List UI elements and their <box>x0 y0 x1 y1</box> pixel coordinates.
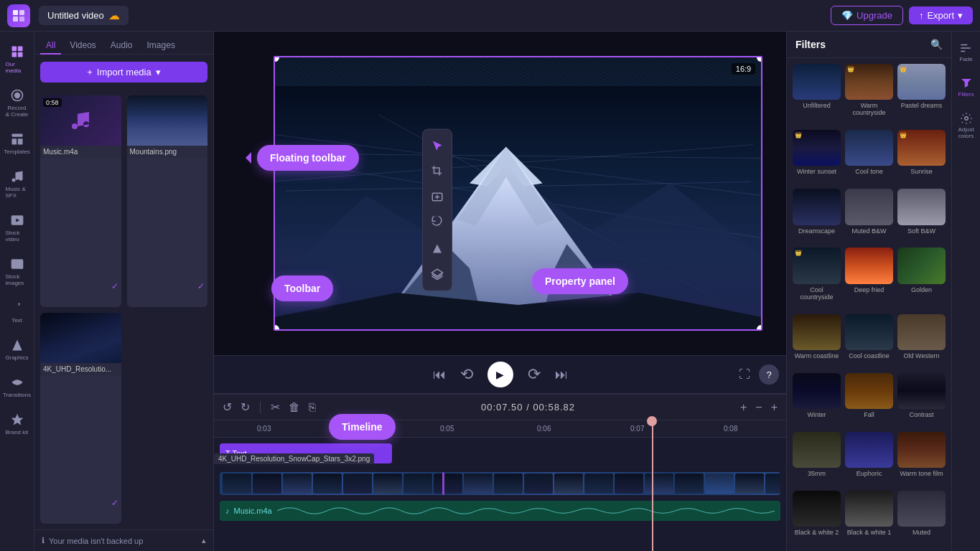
filter-dreamscape[interactable]: Dreamscape <box>793 189 841 243</box>
back-frame-button[interactable]: ⟲ <box>460 365 473 384</box>
filter-cool-coastline[interactable]: Cool coastline <box>845 314 893 369</box>
import-media-button[interactable]: + Import media ▾ <box>40 62 207 83</box>
filter-cool-tone[interactable]: Cool tone <box>845 130 893 184</box>
text-overlay-tool[interactable] <box>426 185 449 208</box>
delete-button[interactable]: 🗑 <box>287 400 302 415</box>
sidebar-item-filters[interactable]: Filters <box>957 72 976 102</box>
media-item-4k[interactable]: ✓ 4K_UHD_Resolutio... <box>40 313 121 524</box>
filter-unfiltered[interactable]: Unfiltered <box>793 64 841 126</box>
media-item-mountains[interactable]: ✓ Mountains.png <box>127 95 208 307</box>
sidebar-item-music[interactable]: Music & SFX <box>3 164 32 204</box>
audio-track-row: ♪ Music.m4a <box>214 498 786 524</box>
filter-warm-coastline[interactable]: Warm coastline <box>793 314 841 369</box>
add-track-button[interactable]: + <box>739 400 748 415</box>
tab-audio[interactable]: Audio <box>105 37 139 55</box>
preview-area: Floating toolbar <box>214 32 786 355</box>
svg-point-18 <box>14 262 16 264</box>
sidebar-item-stock-images[interactable]: Stock images <box>3 251 32 292</box>
triangle-tool[interactable] <box>426 237 449 260</box>
filter-sunrise[interactable]: 👑 Sunrise <box>897 130 946 184</box>
toolbar-annotation: Toolbar <box>271 276 333 301</box>
zoom-out-button[interactable]: − <box>754 400 763 415</box>
sidebar-item-templates[interactable]: Templates <box>3 126 32 161</box>
app-logo <box>7 4 30 27</box>
tab-videos[interactable]: Videos <box>64 37 101 55</box>
plus-icon: + <box>87 67 93 77</box>
duplicate-button[interactable]: ⎘ <box>307 400 317 415</box>
sidebar-item-stock-video[interactable]: Stock video <box>3 207 32 248</box>
forward-frame-button[interactable]: ⟳ <box>528 365 541 384</box>
svg-point-14 <box>19 177 22 181</box>
filter-muted-bw[interactable]: Muted B&W <box>845 189 893 243</box>
sidebar-item-media[interactable]: Our media <box>3 39 32 80</box>
filter-winter[interactable]: Winter <box>793 373 841 428</box>
tab-images[interactable]: Images <box>141 37 181 55</box>
crop-tool[interactable] <box>426 159 449 182</box>
layers-tool[interactable] <box>426 263 449 286</box>
filter-pastel-dreams[interactable]: 👑 Pastel dreams <box>897 64 946 126</box>
project-tab[interactable]: Untitled video ☁ <box>39 6 129 25</box>
filter-black-white-2[interactable]: Black & white 2 <box>793 491 841 545</box>
filter-muted[interactable]: Muted <box>897 491 946 545</box>
filter-old-western[interactable]: Old Western <box>897 314 946 369</box>
filter-warm-tone-film[interactable]: Warm tone film <box>897 432 946 486</box>
property-panel-annotation: Property panel <box>532 268 628 294</box>
rewind-button[interactable]: ⏮ <box>433 367 446 382</box>
undo-button[interactable]: ↺ <box>221 399 233 415</box>
sidebar-item-fade[interactable]: Fade <box>958 37 974 67</box>
panel-header: Filters 🔍 <box>787 32 951 58</box>
timeline-tracks: T Text 4K_UHD_Resolution_SnowCap_Stars_3… <box>214 438 786 551</box>
svg-marker-22 <box>433 244 442 253</box>
cut-button[interactable]: ✂ <box>269 399 281 415</box>
image-clip[interactable] <box>220 472 780 495</box>
filters-panel: Filters 🔍 Unfiltered 👑 Warm countryside … <box>786 32 951 551</box>
upgrade-button[interactable]: 💎 Upgrade <box>831 6 903 25</box>
cursor-tool[interactable] <box>426 133 449 156</box>
media-item-music[interactable]: 0:58 ✓ Music.m4a <box>40 95 121 307</box>
crown-icon: 👑 <box>900 66 907 72</box>
timeline-annotation: Timeline <box>329 414 396 440</box>
sidebar-item-transitions[interactable]: Transitions <box>3 369 32 404</box>
undo-tool[interactable] <box>426 211 449 234</box>
playhead-handle[interactable] <box>647 416 657 426</box>
play-button[interactable]: ▶ <box>487 362 513 387</box>
timeline-toolbar: ↺ ↻ ✂ 🗑 ⎘ 00:07.50 / 00:58.82 + − + <box>214 395 786 420</box>
svg-point-8 <box>14 93 19 98</box>
filter-warm-countryside[interactable]: 👑 Warm countryside <box>845 64 893 126</box>
media-grid: 0:58 ✓ Music.m4a ✓ Mountains.png ✓ 4K_UH… <box>34 90 213 529</box>
filter-cool-countryside[interactable]: 👑 Cool countryside <box>793 248 841 309</box>
tab-all[interactable]: All <box>40 37 61 55</box>
chevron-down-icon: ▾ <box>958 10 963 21</box>
next-button[interactable]: ⏭ <box>555 367 568 382</box>
filter-deep-fried[interactable]: Deep fried <box>845 248 893 309</box>
sidebar-item-graphics[interactable]: Graphics <box>3 332 32 367</box>
redo-button[interactable]: ↻ <box>239 399 251 415</box>
filter-black-white-1[interactable]: Black & white 1 <box>845 491 893 545</box>
filter-35mm[interactable]: 35mm <box>793 432 841 486</box>
playhead[interactable] <box>652 420 653 551</box>
aspect-ratio-badge: 16:9 <box>732 63 755 75</box>
sidebar-item-brand[interactable]: Brand kit <box>3 407 32 441</box>
filter-fall[interactable]: Fall <box>845 373 893 428</box>
search-icon[interactable]: 🔍 <box>930 39 943 50</box>
filter-euphoric[interactable]: Euphoric <box>845 432 893 486</box>
corner-handle-tr[interactable] <box>757 56 762 62</box>
timeline-ruler: 0:03 0:04 0:05 0:06 0:07 0:08 <box>214 420 786 438</box>
help-button[interactable]: ? <box>759 364 779 385</box>
zoom-in-button[interactable]: + <box>770 400 779 415</box>
fullscreen-button[interactable]: ⛶ <box>739 368 750 381</box>
audio-clip[interactable]: ♪ Music.m4a <box>220 501 780 521</box>
filter-golden[interactable]: Golden <box>897 248 946 309</box>
export-button[interactable]: ↑ Export ▾ <box>909 6 973 24</box>
chevron-down-icon: ▾ <box>156 67 161 77</box>
sidebar-item-record[interactable]: Record & Create <box>3 83 32 123</box>
sidebar-item-text[interactable]: Text <box>3 295 32 329</box>
filter-soft-bw[interactable]: Soft B&W <box>897 189 946 243</box>
filter-contrast[interactable]: Contrast <box>897 373 946 428</box>
sidebar-item-adjust[interactable]: Adjust colors <box>952 108 980 143</box>
filter-winter-sunset[interactable]: 👑 Winter sunset <box>793 130 841 184</box>
corner-handle-bl[interactable] <box>274 325 279 331</box>
timecode: 00:07.50 / 00:58.82 <box>323 402 733 413</box>
svg-rect-4 <box>11 47 17 52</box>
corner-handle-br[interactable] <box>757 325 762 331</box>
